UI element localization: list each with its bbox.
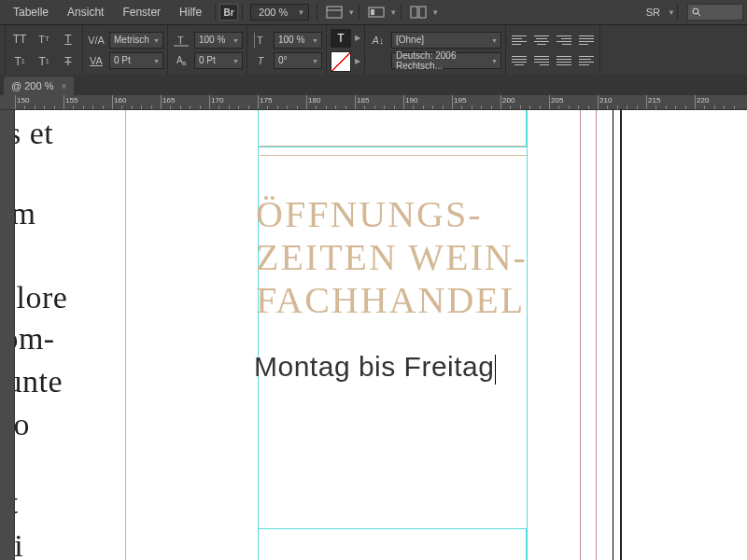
body-text-line[interactable]: natis et: [15, 112, 53, 155]
control-bar: TT TT T T1 T1 T V/A Metrisch▼ VA 0 Pt▼ T…: [0, 24, 747, 75]
fill-swatch[interactable]: [331, 51, 351, 72]
headline-line[interactable]: ZEITEN WEIN-: [256, 235, 528, 279]
svg-rect-4: [411, 7, 417, 18]
text-frame[interactable]: [258, 528, 527, 560]
column-guide[interactable]: [125, 110, 126, 560]
margin-guide[interactable]: [596, 110, 597, 560]
all-caps-button[interactable]: TT: [9, 30, 30, 49]
svg-text:T: T: [177, 35, 184, 46]
headline-line[interactable]: ÖFFNUNGS-: [256, 192, 483, 236]
menubar: Tabelle Ansicht Fenster Hilfe Br 200 %▼ …: [0, 0, 747, 24]
document-canvas[interactable]: natis et em n volore nti om- andunte ace…: [15, 110, 747, 560]
vscale-icon: T: [251, 32, 270, 49]
svg-text:T: T: [257, 35, 263, 46]
margin-guide[interactable]: [580, 110, 581, 560]
lang-icon: [369, 52, 388, 69]
arrange-docs-icon[interactable]: [407, 3, 430, 21]
hscale-input[interactable]: 100 %▼: [194, 32, 243, 49]
strike-button[interactable]: T: [58, 52, 78, 71]
ruler-vertical[interactable]: [0, 110, 15, 560]
skew-icon: T: [251, 52, 270, 69]
char-style-icon: A↓: [369, 32, 388, 49]
body-text-line[interactable]: n volore: [15, 276, 67, 319]
subscript-button[interactable]: T1: [34, 52, 54, 71]
close-tab-icon[interactable]: ×: [61, 81, 66, 91]
justify-last-center-button[interactable]: [510, 52, 529, 69]
column-guide[interactable]: [258, 110, 259, 560]
workspace-switcher[interactable]: SR▼: [639, 7, 673, 18]
align-right-button[interactable]: [555, 32, 573, 49]
tab-label: @ 200 %: [11, 80, 53, 91]
justify-last-right-button[interactable]: [532, 52, 551, 69]
superscript-button[interactable]: T1: [9, 52, 30, 71]
text-frame[interactable]: [258, 110, 527, 147]
menu-hilfe[interactable]: Hilfe: [170, 6, 211, 19]
body-text-line[interactable]: sit: [15, 482, 19, 525]
baseline-icon: Aa: [172, 52, 190, 69]
svg-rect-0: [327, 7, 342, 18]
svg-rect-5: [419, 7, 426, 18]
page-edge: [613, 110, 613, 560]
column-guide[interactable]: [527, 110, 528, 560]
text-cursor: [495, 355, 496, 385]
body-text-line[interactable]: ori: [15, 525, 23, 560]
char-style-dropdown[interactable]: [Ohne]▼: [391, 32, 501, 49]
small-caps-button[interactable]: TT: [34, 30, 54, 49]
body-text-line[interactable]: nti om-: [15, 317, 55, 360]
body-text-line[interactable]: andunte: [15, 360, 63, 403]
tracking-icon: VA: [87, 52, 106, 69]
vscale-input[interactable]: 100 %▼: [274, 32, 322, 49]
svg-text:a: a: [182, 59, 187, 67]
hscale-icon: T: [172, 32, 190, 49]
document-tab[interactable]: @ 200 % ×: [4, 77, 74, 95]
document-tabbar: @ 200 % ×: [0, 75, 747, 95]
rule-line: [260, 146, 527, 147]
align-center-button[interactable]: [532, 32, 551, 49]
menu-fenster[interactable]: Fenster: [113, 6, 170, 19]
ruler-horizontal[interactable]: 1501551601651701751801851901952002052102…: [0, 95, 747, 110]
body-text-line[interactable]: em: [15, 192, 36, 235]
svg-line-7: [698, 13, 700, 16]
underline-button[interactable]: T: [58, 30, 78, 49]
menu-tabelle[interactable]: Tabelle: [4, 6, 58, 19]
headline-line[interactable]: FACHHANDEL: [256, 278, 525, 322]
zoom-level-dropdown[interactable]: 200 %▼: [250, 4, 309, 21]
align-spine-button[interactable]: [577, 52, 596, 69]
fill-text-icon[interactable]: T: [331, 29, 351, 48]
body-text[interactable]: Montag bis Freitag: [254, 351, 496, 385]
language-dropdown[interactable]: Deutsch: 2006 Rechtsch...▼: [391, 52, 501, 69]
body-text-line[interactable]: acero: [15, 403, 30, 446]
screen-mode-icon[interactable]: [365, 3, 388, 21]
justify-all-button[interactable]: [555, 52, 573, 69]
kerning-icon: V/A: [87, 32, 106, 49]
align-left-button[interactable]: [510, 32, 529, 49]
skew-input[interactable]: 0°▼: [274, 52, 322, 69]
justify-last-left-button[interactable]: [577, 32, 596, 49]
spread-edge: [620, 110, 622, 560]
kerning-input[interactable]: Metrisch▼: [109, 32, 163, 49]
menu-ansicht[interactable]: Ansicht: [58, 6, 113, 19]
baseline-input[interactable]: 0 Pt▼: [194, 52, 243, 69]
rule-line: [260, 155, 527, 156]
tracking-input[interactable]: 0 Pt▼: [109, 52, 163, 69]
view-options-icon[interactable]: [323, 3, 345, 21]
svg-rect-3: [371, 9, 374, 15]
search-field[interactable]: [687, 4, 743, 21]
bridge-icon[interactable]: Br: [219, 4, 238, 21]
